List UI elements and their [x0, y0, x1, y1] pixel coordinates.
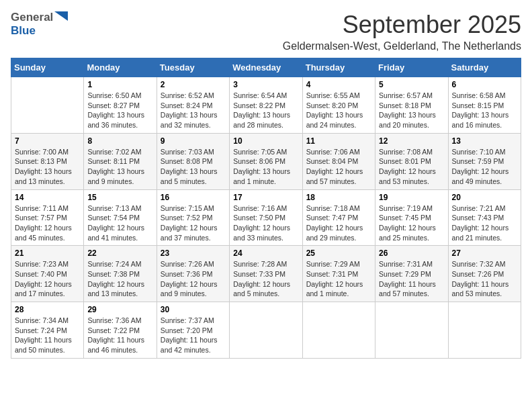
calendar-cell: 21Sunrise: 7:23 AMSunset: 7:40 PMDayligh… [11, 246, 84, 302]
day-number: 21 [15, 248, 80, 258]
calendar-cell: 6Sunrise: 6:58 AMSunset: 8:15 PMDaylight… [448, 77, 521, 134]
day-number: 5 [379, 80, 444, 89]
logo-general-text: General [11, 11, 53, 24]
day-info: Sunrise: 7:15 AMSunset: 7:52 PMDaylight:… [161, 203, 226, 243]
logo-blue-text: Blue [11, 24, 36, 37]
calendar-cell: 10Sunrise: 7:05 AMSunset: 8:06 PMDayligh… [230, 133, 302, 189]
day-number: 24 [233, 248, 298, 258]
day-info: Sunrise: 7:21 AMSunset: 7:43 PMDaylight:… [452, 203, 517, 243]
calendar-cell: 20Sunrise: 7:21 AMSunset: 7:43 PMDayligh… [448, 189, 521, 246]
calendar-cell: 16Sunrise: 7:15 AMSunset: 7:52 PMDayligh… [157, 189, 229, 246]
calendar-week-row: 14Sunrise: 7:11 AMSunset: 7:57 PMDayligh… [11, 189, 521, 246]
day-info: Sunrise: 7:34 AMSunset: 7:24 PMDaylight:… [15, 316, 80, 355]
day-info: Sunrise: 6:50 AMSunset: 8:27 PMDaylight:… [87, 91, 152, 130]
day-number: 27 [452, 248, 517, 258]
day-number: 12 [379, 136, 444, 146]
day-info: Sunrise: 7:02 AMSunset: 8:11 PMDaylight:… [87, 147, 152, 187]
day-info: Sunrise: 7:03 AMSunset: 8:08 PMDaylight:… [161, 147, 226, 187]
location-text: Geldermalsen-West, Gelderland, The Nethe… [283, 40, 521, 52]
calendar-cell: 15Sunrise: 7:13 AMSunset: 7:54 PMDayligh… [84, 189, 157, 246]
day-number: 28 [15, 305, 80, 314]
day-number: 6 [452, 80, 517, 89]
day-info: Sunrise: 7:05 AMSunset: 8:06 PMDaylight:… [233, 147, 298, 187]
calendar-cell: 28Sunrise: 7:34 AMSunset: 7:24 PMDayligh… [11, 302, 84, 359]
day-number: 15 [87, 193, 152, 202]
calendar-cell: 13Sunrise: 7:10 AMSunset: 7:59 PMDayligh… [448, 133, 521, 189]
day-info: Sunrise: 7:23 AMSunset: 7:40 PMDaylight:… [15, 259, 80, 299]
day-info: Sunrise: 7:06 AMSunset: 8:04 PMDaylight:… [306, 147, 371, 187]
calendar-cell: 3Sunrise: 6:54 AMSunset: 8:22 PMDaylight… [230, 77, 302, 134]
day-number: 10 [233, 136, 298, 146]
day-number: 13 [452, 136, 517, 146]
calendar-table: SundayMondayTuesdayWednesdayThursdayFrid… [11, 58, 521, 359]
day-info: Sunrise: 7:18 AMSunset: 7:47 PMDaylight:… [306, 203, 371, 243]
day-info: Sunrise: 6:55 AMSunset: 8:20 PMDaylight:… [306, 91, 371, 130]
calendar-cell [11, 77, 84, 134]
day-info: Sunrise: 7:19 AMSunset: 7:45 PMDaylight:… [379, 203, 444, 243]
day-number: 4 [306, 80, 371, 89]
day-number: 7 [15, 136, 80, 146]
day-number: 22 [87, 248, 152, 258]
calendar-cell: 5Sunrise: 6:57 AMSunset: 8:18 PMDaylight… [375, 77, 448, 134]
calendar-cell [448, 302, 521, 359]
day-info: Sunrise: 6:57 AMSunset: 8:18 PMDaylight:… [379, 91, 444, 130]
calendar-cell: 11Sunrise: 7:06 AMSunset: 8:04 PMDayligh… [302, 133, 375, 189]
calendar-cell: 22Sunrise: 7:24 AMSunset: 7:38 PMDayligh… [84, 246, 157, 302]
calendar-cell: 12Sunrise: 7:08 AMSunset: 8:01 PMDayligh… [375, 133, 448, 189]
day-info: Sunrise: 7:29 AMSunset: 7:31 PMDaylight:… [306, 259, 371, 299]
calendar-week-row: 7Sunrise: 7:00 AMSunset: 8:13 PMDaylight… [11, 133, 521, 189]
calendar-cell: 14Sunrise: 7:11 AMSunset: 7:57 PMDayligh… [11, 189, 84, 246]
calendar-cell: 24Sunrise: 7:28 AMSunset: 7:33 PMDayligh… [230, 246, 302, 302]
calendar-body: 1Sunrise: 6:50 AMSunset: 8:27 PMDaylight… [11, 77, 521, 359]
calendar-cell: 17Sunrise: 7:16 AMSunset: 7:50 PMDayligh… [230, 189, 302, 246]
day-number: 16 [161, 193, 226, 202]
calendar-cell: 1Sunrise: 6:50 AMSunset: 8:27 PMDaylight… [84, 77, 157, 134]
day-info: Sunrise: 7:13 AMSunset: 7:54 PMDaylight:… [87, 203, 152, 243]
day-number: 8 [87, 136, 152, 146]
calendar-cell [230, 302, 302, 359]
day-number: 14 [15, 193, 80, 202]
day-info: Sunrise: 7:32 AMSunset: 7:26 PMDaylight:… [452, 259, 517, 299]
calendar-header-tuesday: Tuesday [157, 58, 229, 77]
calendar-week-row: 21Sunrise: 7:23 AMSunset: 7:40 PMDayligh… [11, 246, 521, 302]
day-info: Sunrise: 7:31 AMSunset: 7:29 PMDaylight:… [379, 259, 444, 299]
day-number: 25 [306, 248, 371, 258]
calendar-cell: 7Sunrise: 7:00 AMSunset: 8:13 PMDaylight… [11, 133, 84, 189]
calendar-cell [302, 302, 375, 359]
calendar-cell: 2Sunrise: 6:52 AMSunset: 8:24 PMDaylight… [157, 77, 229, 134]
logo-box: General Blue [11, 11, 68, 38]
day-info: Sunrise: 6:52 AMSunset: 8:24 PMDaylight:… [161, 91, 226, 130]
day-number: 30 [161, 305, 226, 314]
day-number: 19 [379, 193, 444, 202]
day-info: Sunrise: 7:08 AMSunset: 8:01 PMDaylight:… [379, 147, 444, 187]
day-number: 11 [306, 136, 371, 146]
calendar-week-row: 1Sunrise: 6:50 AMSunset: 8:27 PMDaylight… [11, 77, 521, 134]
calendar-header-saturday: Saturday [448, 58, 521, 77]
calendar-header-row: SundayMondayTuesdayWednesdayThursdayFrid… [11, 58, 521, 77]
day-number: 23 [161, 248, 226, 258]
day-info: Sunrise: 7:10 AMSunset: 7:59 PMDaylight:… [452, 147, 517, 187]
header: General Blue September 2025 Geldermalsen… [11, 11, 521, 52]
day-info: Sunrise: 7:24 AMSunset: 7:38 PMDaylight:… [87, 259, 152, 299]
day-number: 18 [306, 193, 371, 202]
day-info: Sunrise: 7:37 AMSunset: 7:20 PMDaylight:… [161, 316, 226, 355]
day-number: 2 [161, 80, 226, 89]
calendar-cell: 4Sunrise: 6:55 AMSunset: 8:20 PMDaylight… [302, 77, 375, 134]
day-number: 3 [233, 80, 298, 89]
logo: General Blue [11, 11, 68, 38]
calendar-cell: 19Sunrise: 7:19 AMSunset: 7:45 PMDayligh… [375, 189, 448, 246]
logo-flag-icon [54, 11, 68, 24]
calendar-header-thursday: Thursday [302, 58, 375, 77]
calendar-header-sunday: Sunday [11, 58, 84, 77]
day-info: Sunrise: 7:00 AMSunset: 8:13 PMDaylight:… [15, 147, 80, 187]
calendar-cell: 29Sunrise: 7:36 AMSunset: 7:22 PMDayligh… [84, 302, 157, 359]
day-number: 1 [87, 80, 152, 89]
day-info: Sunrise: 7:11 AMSunset: 7:57 PMDaylight:… [15, 203, 80, 243]
day-info: Sunrise: 7:16 AMSunset: 7:50 PMDaylight:… [233, 203, 298, 243]
month-year-title: September 2025 [283, 11, 521, 39]
calendar-header-wednesday: Wednesday [230, 58, 302, 77]
title-section: September 2025 Geldermalsen-West, Gelder… [283, 11, 521, 52]
day-number: 17 [233, 193, 298, 202]
day-info: Sunrise: 7:28 AMSunset: 7:33 PMDaylight:… [233, 259, 298, 299]
calendar-cell: 23Sunrise: 7:26 AMSunset: 7:36 PMDayligh… [157, 246, 229, 302]
